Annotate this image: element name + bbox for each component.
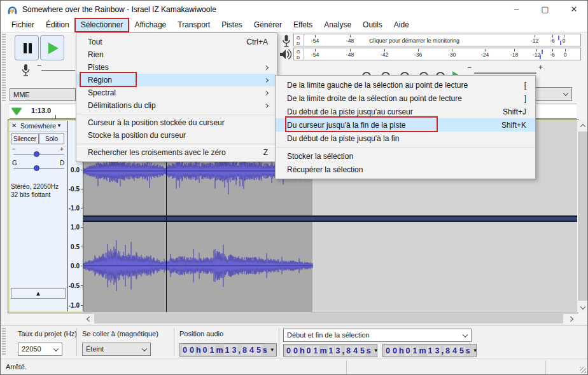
- horizontal-scrollbar[interactable]: [83, 313, 577, 324]
- submenu-item-limite-gauche[interactable]: De la limite gauche de la sélection au p…: [276, 78, 535, 92]
- time-digit[interactable]: 0: [286, 346, 292, 356]
- time-digit[interactable]: 3: [231, 345, 237, 355]
- time-digit[interactable]: 0: [305, 346, 312, 356]
- menu-edition[interactable]: Édition: [40, 18, 75, 32]
- output-device-combo[interactable]: [534, 87, 572, 101]
- track-title[interactable]: Somewhere: [20, 122, 56, 130]
- menu-item-rien[interactable]: Rien: [76, 48, 277, 61]
- vertical-scrollbar[interactable]: [577, 120, 588, 313]
- time-digit[interactable]: 0: [188, 345, 195, 355]
- menu-pistes[interactable]: Pistes: [216, 18, 248, 32]
- time-field-dropdown-icon[interactable]: ▼: [270, 347, 275, 353]
- time-digit[interactable]: 4: [352, 346, 358, 356]
- audio-position-label: Position audio: [179, 330, 223, 338]
- submenu-item-debut-jusquau-curseur[interactable]: Du début de la piste jusqu'au curseurShi…: [276, 105, 535, 118]
- track-control-panel: ✕ Somewhere ▼ Silencer Solo − + G D Stér…: [10, 121, 67, 311]
- toolbar-gripper[interactable]: [2, 328, 6, 356]
- time-digit[interactable]: 8: [345, 346, 351, 356]
- project-rate-combo[interactable]: 22050: [18, 343, 62, 356]
- submenu-item-debut-jusqua-fin[interactable]: Du début de la piste jusqu'à la fin: [276, 132, 535, 145]
- time-digit[interactable]: 3: [335, 346, 341, 356]
- collapse-track-button[interactable]: ▲: [11, 288, 66, 299]
- play-meter[interactable]: GD-54-48-42-36-30-24-18-12-60: [293, 48, 581, 60]
- selection-end-field[interactable]: 00h01m13,845s▼: [382, 344, 477, 357]
- time-digit[interactable]: 1: [209, 345, 215, 355]
- time-digit[interactable]: 5: [458, 346, 465, 356]
- time-digit[interactable]: 0: [292, 346, 298, 356]
- solo-button[interactable]: Solo: [39, 133, 64, 144]
- time-digit[interactable]: 8: [444, 346, 451, 356]
- time-field-dropdown-icon[interactable]: ▼: [473, 348, 478, 353]
- time-digit[interactable]: 8: [241, 345, 248, 355]
- scroll-left-button[interactable]: [83, 313, 94, 324]
- menu-fichier[interactable]: Fichier: [6, 18, 40, 32]
- menu-outils[interactable]: Outils: [357, 18, 388, 32]
- toolbar-gripper[interactable]: [2, 34, 6, 101]
- submenu-item-stocker-selection[interactable]: Stocker la sélection: [276, 149, 535, 163]
- time-digit[interactable]: 4: [451, 346, 458, 356]
- submenu-item-recuperer-selection[interactable]: Récupérer la sélection: [276, 163, 535, 176]
- track-close-icon[interactable]: ✕: [11, 122, 17, 129]
- scroll-down-button[interactable]: [577, 302, 588, 313]
- time-digit[interactable]: 1: [427, 346, 433, 356]
- record-meter[interactable]: GD-54-48-12-60Cliquer pour démarrer le m…: [293, 34, 581, 46]
- horizontal-scroll-thumb[interactable]: [94, 314, 563, 324]
- menu-item-region[interactable]: Région: [76, 74, 277, 86]
- menu-item-delimitations[interactable]: Délimitations du clip: [76, 99, 277, 112]
- time-digit[interactable]: 3: [434, 346, 440, 356]
- time-field-dropdown-icon[interactable]: ▼: [374, 348, 379, 353]
- menu-affichage[interactable]: Affichage: [129, 18, 172, 32]
- time-digit[interactable]: 1: [312, 346, 319, 356]
- time-unit: h: [299, 346, 305, 355]
- close-button[interactable]: ✕: [559, 1, 588, 18]
- vertical-scroll-thumb[interactable]: [578, 132, 587, 301]
- menu-item-tout[interactable]: ToutCtrl+A: [76, 36, 277, 48]
- time-digit[interactable]: 1: [328, 346, 334, 356]
- selection-start-field[interactable]: 00h01m13,845s▼: [283, 344, 377, 357]
- menu-analyse[interactable]: Analyse: [318, 18, 357, 32]
- menu-item-stocke-position[interactable]: Stocke la position du curseur: [76, 129, 277, 142]
- time-digit[interactable]: 0: [202, 345, 208, 355]
- menu-item-curseur-position-stockee[interactable]: Curseur à la position stockée du curseur: [76, 116, 277, 129]
- track-menu-dropdown-icon[interactable]: ▼: [57, 123, 62, 128]
- menu-transport[interactable]: Transport: [172, 18, 216, 32]
- menu-item-spectral[interactable]: Spectral: [76, 86, 277, 99]
- time-digit[interactable]: 4: [248, 345, 255, 355]
- menu-generer[interactable]: Générer: [248, 18, 288, 32]
- meter-cursor: [560, 41, 561, 45]
- audio-host-combo[interactable]: MME: [10, 88, 76, 101]
- menu-selectionner[interactable]: Sélectionner: [75, 18, 129, 32]
- pause-button[interactable]: [15, 35, 39, 60]
- maximize-button[interactable]: ▢: [531, 1, 559, 18]
- selection-mode-combo[interactable]: Début et fin de la sélection: [283, 329, 472, 342]
- timeline-pin-icon[interactable]: [11, 108, 22, 115]
- playback-volume-slider[interactable]: [474, 72, 536, 74]
- submenu-item-curseur-jusqua-fin[interactable]: Du curseur jusqu'à la fin de la pisteShi…: [276, 118, 535, 132]
- time-digit[interactable]: 5: [255, 345, 262, 355]
- scroll-up-button[interactable]: [577, 120, 588, 131]
- submenu-item-limite-droite[interactable]: De la limite droite de la sélection au p…: [276, 92, 535, 105]
- time-digit[interactable]: 0: [182, 345, 188, 355]
- play-button[interactable]: [40, 35, 64, 60]
- gain-slider-knob[interactable]: [34, 151, 39, 157]
- menu-separator: [276, 147, 535, 147]
- menu-effets[interactable]: Effets: [288, 18, 318, 32]
- resize-grip[interactable]: [580, 367, 586, 373]
- menu-item-croisements-zero[interactable]: Rechercher les croisements avec le zéroZ: [76, 146, 277, 159]
- time-digit[interactable]: 0: [385, 346, 391, 356]
- pan-slider-knob[interactable]: [34, 165, 39, 171]
- time-digit[interactable]: 0: [405, 346, 411, 356]
- time-digit[interactable]: 0: [391, 346, 398, 356]
- time-digit[interactable]: 1: [224, 345, 230, 355]
- scroll-right-button[interactable]: [566, 313, 577, 324]
- track-background-bottom[interactable]: [312, 222, 577, 312]
- audio-position-field[interactable]: 00h01m13,845s▼: [179, 343, 277, 357]
- menu-item-pistes[interactable]: Pistes: [76, 61, 277, 74]
- time-digit[interactable]: 5: [359, 346, 365, 356]
- minimize-button[interactable]: –: [502, 1, 531, 18]
- snap-to-combo[interactable]: Éteint: [82, 343, 151, 356]
- time-digit[interactable]: 1: [412, 346, 418, 356]
- record-volume-slider[interactable]: [41, 70, 75, 71]
- mute-button[interactable]: Silencer: [11, 133, 39, 144]
- menu-aide[interactable]: Aide: [388, 18, 415, 32]
